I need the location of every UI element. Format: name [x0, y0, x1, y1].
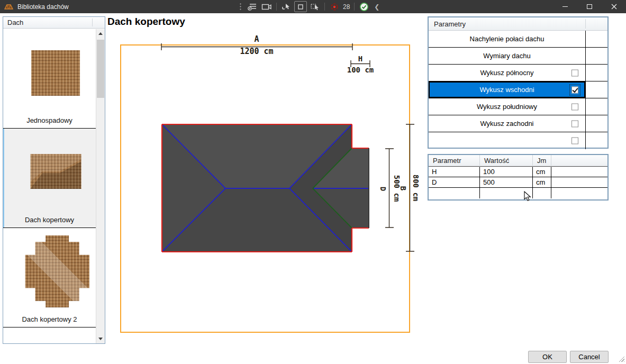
roof-item-dach-kopertowy-2[interactable]: Dach kopertowy 2	[3, 228, 96, 327]
camera-icon	[261, 3, 272, 11]
dim-a-value: 1200 cm	[240, 47, 273, 56]
mouse-cursor	[524, 191, 533, 202]
column-header-jm[interactable]: Jm	[533, 155, 551, 167]
param-row-empty[interactable]	[429, 132, 607, 149]
checkbox-empty-row[interactable]	[571, 138, 578, 144]
checkbox-wykusz-poludniowy[interactable]	[571, 103, 578, 110]
eave-lines	[162, 124, 369, 252]
scroll-down-button[interactable]	[96, 334, 105, 343]
cell-parametr[interactable]: H	[429, 167, 480, 177]
param-row-side-cell	[586, 65, 607, 81]
column-header-wartosc[interactable]: Wartość	[480, 155, 533, 167]
pick-region-button[interactable]	[309, 1, 321, 12]
column-header-parametr[interactable]: Parametr	[429, 155, 480, 167]
ok-button[interactable]: OK	[528, 351, 567, 363]
param-row-side-cell	[586, 115, 607, 132]
checkbox-wykusz-zachodni[interactable]	[571, 120, 578, 127]
toolbar-counter: 28	[343, 3, 350, 11]
param-row-nachylenie[interactable]: Nachylenie połaci dachu	[429, 31, 607, 48]
resize-grip[interactable]	[618, 355, 624, 362]
param-row-label: Wykusz wschodni	[479, 86, 534, 94]
scrollbar-thumb[interactable]	[97, 40, 104, 98]
param-row-side-cell	[586, 31, 607, 47]
window-controls	[553, 0, 626, 13]
parameter-value-table: Parametr Wartość Jm H 100 cm D 500 cm	[428, 154, 609, 201]
record-indicator-button[interactable]	[328, 1, 341, 12]
collapse-toolbar-chevron[interactable]: ❮	[374, 3, 379, 11]
param-row-wykusz-polnocny[interactable]: Wykusz północny	[429, 65, 607, 81]
table-row-h[interactable]: H 100 cm	[429, 167, 607, 177]
confirm-button[interactable]	[358, 1, 370, 12]
select-region-button[interactable]	[294, 1, 307, 12]
window-title: Biblioteka dachów	[17, 3, 69, 11]
roof-list: Jednospadowy Dach kopertowy Dach koperto…	[3, 29, 96, 343]
param-row-side-cell	[586, 81, 607, 98]
column-header-extra[interactable]	[551, 155, 607, 167]
cell-parametr[interactable]	[429, 188, 480, 198]
table-header-row: Parametr Wartość Jm	[429, 155, 607, 167]
dim-b-value: 800 cm	[412, 175, 420, 202]
toolbar-separator	[276, 3, 277, 11]
cancel-button[interactable]: Cancel	[570, 351, 609, 363]
roof-item-label: Dach kopertowy 2	[3, 315, 96, 323]
param-row-label: Wymiary dachu	[483, 52, 530, 60]
dim-b-name: B	[399, 186, 407, 190]
roof-library-dialog: Biblioteka dachów	[0, 0, 626, 364]
dimension-d: D 500 cm	[379, 149, 401, 228]
minimize-button[interactable]	[553, 0, 577, 13]
param-row-wymiary[interactable]: Wymiary dachu	[429, 48, 607, 65]
list-scrollbar[interactable]	[96, 29, 105, 343]
roof-item-jednospadowy[interactable]: Jednospadowy	[3, 29, 96, 129]
titlebar[interactable]: Biblioteka dachów	[0, 0, 626, 13]
param-row-wykusz-zachodni[interactable]: Wykusz zachodni	[429, 115, 607, 132]
column-header-label: Dach	[7, 19, 23, 26]
cell-wartosc[interactable]: 500	[480, 177, 533, 188]
pick-corner-button[interactable]	[280, 1, 293, 12]
param-row-side-cell	[586, 132, 607, 149]
cursor-corner-icon	[282, 3, 291, 11]
camera-button[interactable]	[260, 1, 273, 12]
cell-parametr[interactable]: D	[429, 177, 480, 188]
toolbar-grip[interactable]	[239, 3, 242, 11]
list-add-icon	[248, 3, 257, 11]
checkbox-wykusz-wschodni[interactable]	[571, 86, 578, 93]
parameters-panel: Parametry Nachylenie połaci dachu Wymiar…	[428, 16, 609, 149]
cell-jm[interactable]: cm	[533, 177, 551, 188]
checkbox-wykusz-polnocny[interactable]	[571, 69, 578, 76]
param-row-label: Wykusz zachodni	[480, 120, 533, 128]
hip-ridge-lines	[162, 124, 369, 252]
param-row-side-cell	[586, 48, 607, 64]
close-button[interactable]	[602, 0, 626, 13]
toolbar-separator	[324, 3, 325, 11]
cell-wartosc[interactable]: 100	[480, 167, 533, 177]
app-roof-icon	[4, 3, 13, 10]
column-divider	[585, 19, 586, 29]
drawing-boundary	[121, 45, 410, 332]
roof-plan	[162, 124, 369, 252]
param-row-wykusz-wschodni[interactable]: Wykusz wschodni	[429, 81, 607, 98]
dim-h-name: H	[358, 54, 362, 63]
valley-lines	[313, 148, 352, 228]
dimension-h: H 100 cm	[347, 54, 374, 74]
page-title: Dach kopertowy	[107, 16, 185, 28]
table-row-d[interactable]: D 500 cm	[429, 177, 607, 188]
dim-d-name: D	[379, 187, 387, 191]
scroll-up-button[interactable]	[96, 29, 105, 38]
dim-d-value: 500 cm	[393, 175, 401, 202]
cell-jm[interactable]: cm	[533, 167, 551, 177]
roof-thumbnail-jednospadowy	[31, 50, 80, 96]
param-row-wykusz-poludniowy[interactable]: Wykusz południowy	[429, 98, 607, 115]
add-view-button[interactable]	[246, 1, 259, 12]
maximize-button[interactable]	[577, 0, 602, 13]
cursor-region-icon	[310, 3, 320, 11]
roof-item-dach-kopertowy[interactable]: Dach kopertowy	[3, 129, 96, 228]
square-select-icon	[296, 3, 305, 11]
dim-h-value: 100 cm	[347, 66, 374, 74]
dim-a-name: A	[254, 34, 259, 44]
roof-thumbnail-dach-kopertowy	[30, 154, 81, 189]
list-column-header[interactable]: Dach	[3, 17, 105, 29]
cell-jm[interactable]	[533, 188, 551, 198]
cell-extra	[551, 188, 607, 198]
table-row-empty[interactable]	[429, 188, 607, 198]
column-divider	[92, 19, 93, 26]
